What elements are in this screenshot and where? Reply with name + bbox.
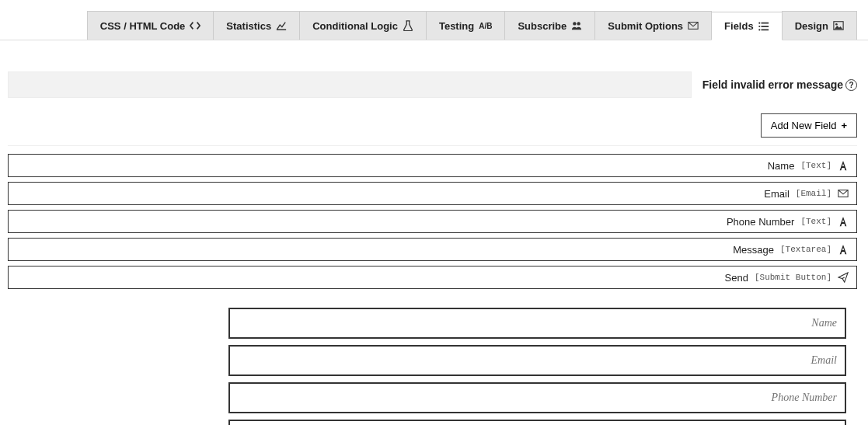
field-row-name[interactable]: Name [Text] — [8, 154, 857, 177]
field-name: Email — [764, 188, 790, 200]
tab-label: Subscribe — [518, 20, 566, 32]
font-icon — [838, 160, 849, 171]
font-icon — [838, 216, 849, 227]
svg-point-4 — [758, 25, 760, 26]
users-icon — [571, 20, 582, 31]
field-row-send[interactable]: Send [Submit Button] — [8, 266, 857, 289]
form-preview — [228, 308, 846, 425]
field-type: [Email] — [796, 189, 831, 198]
help-icon[interactable]: ? — [845, 79, 857, 91]
error-message-text: Field invalid error message — [702, 78, 843, 91]
add-button-label: Add New Field — [771, 120, 837, 131]
chart-icon — [276, 20, 287, 31]
field-name: Phone Number — [727, 216, 794, 228]
field-name: Send — [725, 272, 748, 284]
field-type: [Text] — [800, 161, 831, 170]
svg-point-5 — [758, 29, 760, 30]
field-type: [Submit Button] — [755, 273, 831, 282]
tab-subscribe[interactable]: Subscribe — [504, 11, 595, 40]
svg-point-3 — [758, 22, 760, 23]
tab-label: Fields — [724, 20, 754, 32]
envelope-icon — [838, 188, 849, 199]
tab-css-html[interactable]: CSS / HTML Code — [87, 11, 214, 40]
fields-list: Name [Text] Email [Email] Phone Number [… — [8, 154, 857, 289]
preview-phone-input[interactable] — [228, 382, 846, 413]
field-row-phone[interactable]: Phone Number [Text] — [8, 210, 857, 233]
tab-label: Design — [795, 20, 828, 32]
ab-icon: A/B — [479, 20, 492, 31]
add-field-row: Add New Field + — [8, 113, 857, 146]
image-icon — [833, 20, 844, 31]
tab-label: Submit Options — [608, 20, 683, 32]
preview-name-input[interactable] — [228, 308, 846, 339]
paper-plane-icon — [838, 272, 849, 283]
svg-point-7 — [835, 23, 838, 26]
error-message-row: Field invalid error message ? — [8, 71, 857, 98]
field-name: Name — [768, 160, 795, 172]
field-type: [Text] — [800, 217, 831, 226]
tab-statistics[interactable]: Statistics — [213, 11, 300, 40]
tab-label: Testing — [439, 20, 474, 32]
font-icon — [838, 244, 849, 255]
tab-label: CSS / HTML Code — [100, 20, 186, 32]
flask-icon — [403, 20, 413, 31]
plus-icon: + — [841, 120, 847, 131]
tab-label: Statistics — [226, 20, 271, 32]
envelope-icon — [688, 20, 699, 31]
tab-fields[interactable]: Fields — [711, 12, 783, 40]
tab-design[interactable]: Design — [782, 11, 857, 40]
svg-point-1 — [577, 22, 580, 25]
tab-bar: CSS / HTML Code Statistics Conditional L… — [0, 11, 868, 40]
field-type: [Textarea] — [780, 245, 831, 254]
field-name: Message — [733, 244, 774, 256]
error-message-input[interactable] — [8, 71, 692, 98]
preview-message-input[interactable] — [228, 420, 846, 425]
tab-testing[interactable]: Testing A/B — [426, 11, 506, 40]
field-row-email[interactable]: Email [Email] — [8, 182, 857, 205]
list-icon — [758, 21, 769, 32]
tab-conditional-logic[interactable]: Conditional Logic — [299, 11, 427, 40]
code-icon — [190, 20, 200, 31]
field-row-message[interactable]: Message [Textarea] — [8, 238, 857, 261]
tab-label: Conditional Logic — [312, 20, 398, 32]
tab-submit-options[interactable]: Submit Options — [594, 11, 712, 40]
error-message-label: Field invalid error message ? — [702, 78, 857, 91]
add-new-field-button[interactable]: Add New Field + — [761, 113, 857, 138]
preview-email-input[interactable] — [228, 345, 846, 376]
svg-point-0 — [573, 22, 576, 25]
